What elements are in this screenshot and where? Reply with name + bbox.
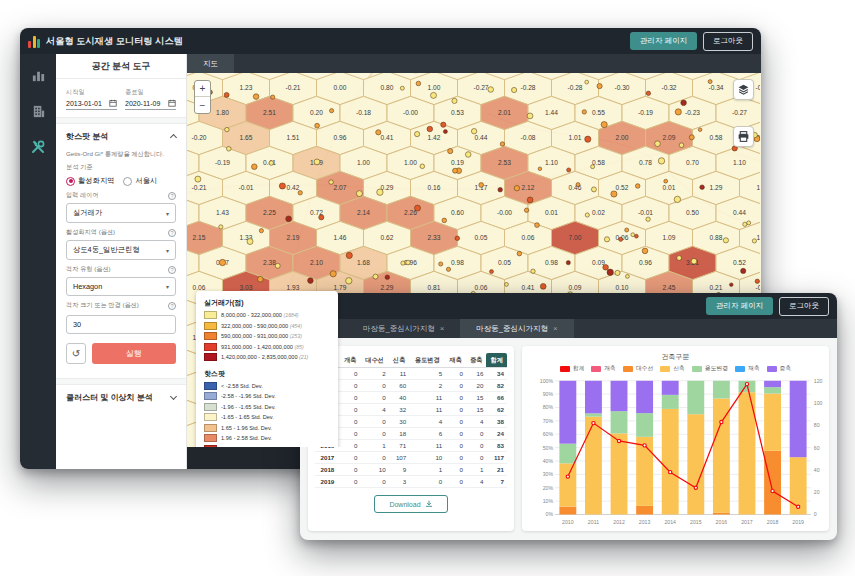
transaction-point[interactable] xyxy=(308,278,314,284)
criteria-radio-selected[interactable]: 활성화지역 xyxy=(66,176,114,186)
transaction-point[interactable] xyxy=(400,86,404,90)
transaction-point[interactable] xyxy=(603,265,609,271)
transaction-point[interactable] xyxy=(448,149,453,154)
hotspot-section-header[interactable]: 핫스팟 분석 xyxy=(56,124,186,149)
transaction-point[interactable] xyxy=(275,263,280,268)
transaction-point[interactable] xyxy=(585,136,591,142)
bar-segment-대수선[interactable] xyxy=(636,506,653,515)
transaction-point[interactable] xyxy=(626,275,630,279)
logout-button[interactable]: 로그아웃 xyxy=(779,297,829,316)
help-icon[interactable]: ? xyxy=(168,302,176,310)
transaction-point[interactable] xyxy=(512,87,517,92)
logout-button[interactable]: 로그아웃 xyxy=(703,32,753,51)
transaction-point[interactable] xyxy=(752,239,756,243)
transaction-point[interactable] xyxy=(315,123,320,128)
transaction-point[interactable] xyxy=(490,270,494,274)
transaction-point[interactable] xyxy=(455,236,460,241)
bar-segment-용도변경[interactable] xyxy=(713,381,730,399)
transaction-point[interactable] xyxy=(691,258,697,264)
close-icon[interactable]: × xyxy=(553,324,558,333)
bar-segment-신축[interactable] xyxy=(687,414,704,514)
transaction-point[interactable] xyxy=(625,228,629,232)
transaction-point[interactable] xyxy=(674,196,680,202)
tab-map[interactable]: 지도 xyxy=(187,54,234,73)
chart-legend-item[interactable]: 합계 xyxy=(560,364,585,373)
bar-segment-대수선[interactable] xyxy=(713,513,730,515)
transaction-point[interactable] xyxy=(314,159,320,165)
transaction-point[interactable] xyxy=(329,180,333,184)
transaction-point[interactable] xyxy=(446,267,450,271)
transaction-point[interactable] xyxy=(655,141,661,147)
transaction-point[interactable] xyxy=(700,185,705,190)
chart-legend-item[interactable]: 대수선 xyxy=(623,364,653,373)
bar-segment-신축[interactable] xyxy=(559,463,576,506)
transaction-point[interactable] xyxy=(585,213,589,217)
bar-segment-신축[interactable] xyxy=(662,409,679,515)
transaction-point[interactable] xyxy=(524,208,528,212)
transaction-point[interactable] xyxy=(427,126,433,132)
transaction-point[interactable] xyxy=(591,187,596,192)
chart-legend-item[interactable]: 개축 xyxy=(591,364,616,373)
tab-majangdong-2[interactable]: 마장동_중심시가지형× xyxy=(460,319,573,338)
transaction-point[interactable] xyxy=(730,283,734,287)
layers-button[interactable] xyxy=(733,79,754,100)
chart-legend-item[interactable]: 재축 xyxy=(735,364,760,373)
bar-segment-용도변경[interactable] xyxy=(559,444,576,464)
transaction-point[interactable] xyxy=(298,191,302,195)
bar-segment-용도변경[interactable] xyxy=(636,413,653,437)
transaction-point[interactable] xyxy=(224,92,229,97)
transaction-point[interactable] xyxy=(576,183,580,187)
building-icon[interactable] xyxy=(27,100,49,122)
transaction-point[interactable] xyxy=(527,197,533,203)
transaction-point[interactable] xyxy=(635,184,640,189)
transaction-point[interactable] xyxy=(531,269,535,273)
run-button[interactable]: 실행 xyxy=(92,343,176,364)
bar-segment-신축[interactable] xyxy=(713,398,730,512)
bar-segment-신축[interactable] xyxy=(585,417,602,515)
transaction-point[interactable] xyxy=(415,205,421,211)
transaction-point[interactable] xyxy=(377,189,383,195)
transaction-point[interactable] xyxy=(597,84,602,89)
print-button[interactable] xyxy=(733,126,754,147)
transaction-point[interactable] xyxy=(619,237,623,241)
transaction-point[interactable] xyxy=(708,80,712,84)
transaction-point[interactable] xyxy=(258,276,264,282)
transaction-point[interactable] xyxy=(505,283,509,287)
transaction-point[interactable] xyxy=(415,132,420,137)
tools-icon[interactable] xyxy=(27,136,49,158)
transaction-point[interactable] xyxy=(253,94,259,100)
transaction-point[interactable] xyxy=(566,261,570,265)
transaction-point[interactable] xyxy=(498,187,503,192)
transaction-point[interactable] xyxy=(195,176,201,182)
download-button[interactable]: Download xyxy=(374,495,447,513)
transaction-point[interactable] xyxy=(376,130,381,135)
transaction-point[interactable] xyxy=(582,110,586,114)
admin-page-button[interactable]: 관리자 페이지 xyxy=(630,32,697,50)
total-line-point[interactable] xyxy=(745,382,748,385)
transaction-point[interactable] xyxy=(385,275,390,280)
transaction-point[interactable] xyxy=(635,234,639,238)
bar-segment-대수선[interactable] xyxy=(764,451,781,515)
transaction-point[interactable] xyxy=(227,147,232,152)
transaction-point[interactable] xyxy=(500,142,504,146)
grid-size-input[interactable] xyxy=(66,315,176,334)
transaction-point[interactable] xyxy=(330,109,334,113)
transaction-point[interactable] xyxy=(247,239,253,245)
bar-segment-대수선[interactable] xyxy=(559,507,576,515)
transaction-point[interactable] xyxy=(439,262,443,266)
total-line-point[interactable] xyxy=(797,505,800,508)
transaction-point[interactable] xyxy=(330,271,336,277)
transaction-point[interactable] xyxy=(567,168,571,172)
total-line-point[interactable] xyxy=(720,420,723,423)
transaction-point[interactable] xyxy=(585,80,589,84)
bar-segment-용도변경[interactable] xyxy=(764,387,781,393)
bar-segment-증축[interactable] xyxy=(790,381,807,457)
transaction-point[interactable] xyxy=(601,122,607,128)
transaction-point[interactable] xyxy=(747,221,751,225)
chart-legend-item[interactable]: 신축 xyxy=(660,364,685,373)
transaction-point[interactable] xyxy=(269,161,274,166)
help-icon[interactable]: ? xyxy=(168,192,176,200)
transaction-point[interactable] xyxy=(286,216,292,222)
transaction-point[interactable] xyxy=(373,274,378,279)
transaction-point[interactable] xyxy=(677,256,682,261)
